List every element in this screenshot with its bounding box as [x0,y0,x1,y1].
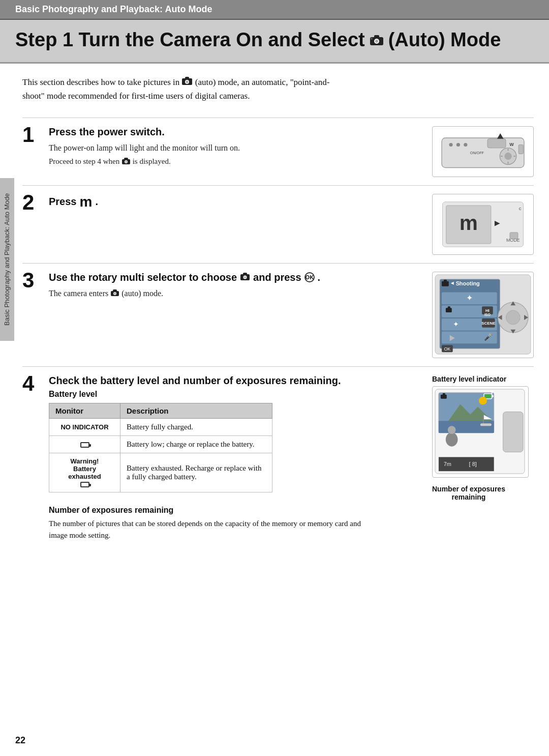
step-1-note: Proceed to step 4 when is displayed. [49,157,422,167]
svg-point-86 [446,432,458,447]
svg-rect-1 [374,35,379,38]
svg-text:✦: ✦ [466,294,473,302]
step-2-title: Press m. [49,194,422,210]
svg-rect-45 [442,281,449,286]
svg-text:[ 8]: [ 8] [469,461,477,467]
step-2-number: 2 [22,192,49,213]
svg-point-12 [125,161,127,163]
top-header-bar: Basic Photography and Playback: Auto Mod… [0,0,549,20]
step-4-title: Check the battery level and number of ex… [49,375,422,387]
svg-text:✦: ✦ [453,319,459,328]
main-title-text-after: (Auto) Mode [388,29,501,51]
camera-icon-inline-intro [181,76,193,90]
svg-rect-10 [124,158,128,160]
m-symbol: m [80,194,93,210]
svg-point-38 [244,276,246,278]
table-header-monitor: Monitor [49,403,120,418]
svg-point-14 [449,143,452,147]
exposures-section-title: Number of exposures remaining [49,506,422,515]
table-cell-desc-2: Battery low; charge or replace the batte… [120,435,272,453]
step-1-content: Press the power switch. The power-on lam… [49,126,432,167]
step-3-body: The camera enters (auto) mode. [49,287,422,301]
svg-text:🎤: 🎤 [484,333,493,341]
svg-rect-82 [439,421,494,433]
svg-rect-40 [113,289,117,292]
svg-rect-18 [487,138,506,148]
svg-rect-6 [185,77,189,79]
svg-text:c: c [519,205,522,211]
page-number: 22 [15,735,25,746]
step-2-content: Press m. [49,194,432,214]
svg-rect-74 [443,393,445,395]
main-title-text-before: Step 1 Turn the Camera On and Select [15,29,365,51]
table-row: Warning!Batteryexhausted Battery exhaust… [49,453,272,492]
svg-text:m: m [460,211,478,234]
svg-rect-46 [444,279,447,281]
battery-icon-low [80,442,89,448]
camera-icon-step1-note [121,158,131,167]
header-title: Basic Photography and Playback: Auto Mod… [15,4,212,14]
step-1-title: Press the power switch. [49,126,422,138]
svg-text:W: W [509,142,514,147]
step-4-number: 4 [22,373,49,394]
step-1-body: The power-on lamp will light and the mon… [49,142,422,155]
step-3-row: 3 Use the rotary multi selector to choos… [22,263,534,366]
main-title-section: Step 1 Turn the Camera On and Select (Au… [0,20,549,64]
table-header-description: Description [120,403,272,418]
svg-rect-83 [483,414,484,424]
svg-point-3 [375,40,378,43]
sidebar-label: Basic Photography and Playback: Auto Mod… [0,178,14,341]
battery-image-column: Battery level indicator [432,375,534,501]
camera-icon-step3-body [110,288,119,301]
svg-marker-19 [497,133,504,139]
svg-rect-76 [492,395,494,397]
svg-point-87 [448,426,456,434]
main-content: This section describes how to take pictu… [0,64,549,554]
ok-button-icon: OK [304,272,315,282]
table-row: Battery low; charge or replace the batte… [49,435,272,453]
svg-text:ISO: ISO [484,313,491,316]
svg-text:SCENE: SCENE [481,321,495,325]
table-cell-monitor-3: Warning!Batteryexhausted [49,453,120,492]
step-4-content: Check the battery level and number of ex… [49,375,432,542]
battery-level-sub: Battery level [49,390,422,399]
battery-table: Monitor Description NO INDICATOR Battery… [49,403,272,492]
svg-point-22 [504,152,511,159]
step-4-row: 4 Check the battery level and number of … [22,366,534,542]
table-cell-monitor-2 [49,435,120,453]
table-row: NO INDICATOR Battery fully charged. [49,418,272,435]
step-1-image: ON/OFF W [432,126,534,177]
table-cell-desc-3: Battery exhausted. Recharge or replace w… [120,453,272,492]
svg-point-66 [506,310,520,325]
svg-point-81 [479,396,487,404]
svg-rect-51 [446,308,452,312]
svg-text:ON/OFF: ON/OFF [470,150,484,155]
svg-rect-27 [518,144,523,154]
svg-text:OK: OK [444,346,450,352]
step-2-image: m MODE c [432,194,534,255]
exposures-remaining-label: Number of exposuresremaining [432,485,505,501]
intro-paragraph: This section describes how to take pictu… [22,76,348,103]
step-1-row: 1 Press the power switch. The power-on l… [22,118,534,185]
svg-rect-91 [503,412,524,452]
table-cell-desc-1: Battery fully charged. [120,418,272,435]
svg-point-42 [114,293,116,295]
svg-rect-73 [441,394,447,398]
svg-rect-33 [510,232,518,239]
table-cell-monitor-1: NO INDICATOR [49,418,120,435]
svg-rect-36 [243,273,247,275]
step-3-number: 3 [22,270,49,291]
svg-point-4 [371,38,373,40]
shooting-label: Shooting [456,280,480,286]
svg-point-8 [186,80,189,83]
step-3-image: Shooting ✦ HI ISO ✦ SCENE [432,272,534,358]
camera-icon-step3 [240,272,250,283]
battery-indicator-label: Battery level indicator [432,375,506,383]
step-1-number: 1 [22,124,49,146]
step-3-title: Use the rotary multi selector to choose … [49,272,422,283]
camera-icon [369,29,384,51]
battery-icon-exhausted [80,482,89,487]
svg-text:HI: HI [485,308,490,313]
svg-rect-52 [448,306,450,308]
exposures-section: Number of exposures remaining The number… [49,502,422,542]
